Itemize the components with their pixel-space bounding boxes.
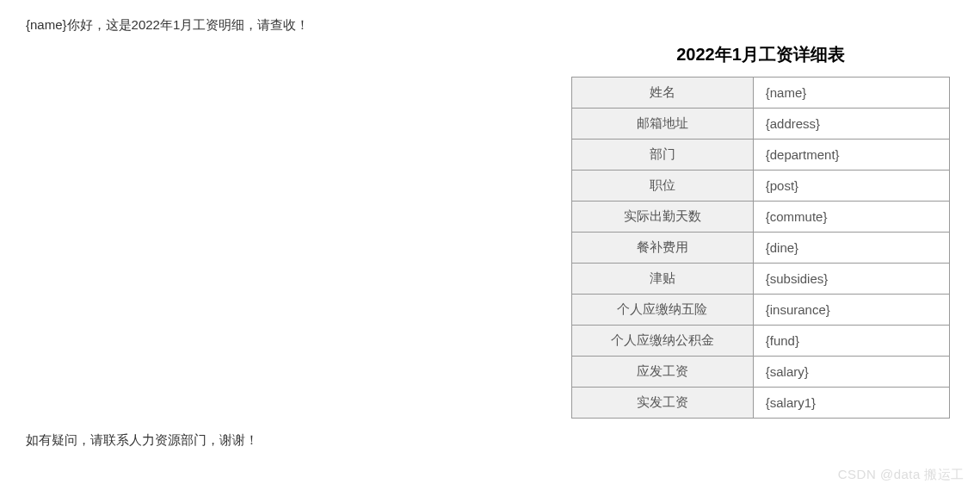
salary-table-container: 2022年1月工资详细表 姓名{name}邮箱地址{address}部门{dep… (571, 43, 950, 419)
row-label: 餐补费用 (572, 233, 754, 264)
row-label: 个人应缴纳五险 (572, 295, 754, 326)
row-label: 实发工资 (572, 388, 754, 419)
table-row: 职位{post} (572, 171, 950, 202)
table-row: 个人应缴纳公积金{fund} (572, 326, 950, 357)
table-row: 津贴{subsidies} (572, 264, 950, 295)
row-value: {insurance} (753, 295, 949, 326)
table-row: 部门{department} (572, 140, 950, 171)
table-row: 个人应缴纳五险{insurance} (572, 295, 950, 326)
row-label: 部门 (572, 140, 754, 171)
row-label: 实际出勤天数 (572, 202, 754, 233)
row-value: {salary1} (753, 388, 949, 419)
row-value: {post} (753, 171, 949, 202)
table-title: 2022年1月工资详细表 (571, 43, 950, 66)
greeting-text: {name}你好，这是2022年1月工资明细，请查收！ (26, 17, 954, 34)
table-row: 邮箱地址{address} (572, 109, 950, 140)
watermark: CSDN @data 搬运工 (838, 467, 965, 483)
row-value: {dine} (753, 233, 949, 264)
row-value: {subsidies} (753, 264, 949, 295)
row-label: 姓名 (572, 78, 754, 109)
salary-table: 姓名{name}邮箱地址{address}部门{department}职位{po… (571, 77, 950, 419)
table-row: 实际出勤天数{commute} (572, 202, 950, 233)
table-row: 实发工资{salary1} (572, 388, 950, 419)
row-value: {name} (753, 78, 949, 109)
table-row: 应发工资{salary} (572, 357, 950, 388)
table-row: 餐补费用{dine} (572, 233, 950, 264)
row-label: 应发工资 (572, 357, 754, 388)
row-value: {fund} (753, 326, 949, 357)
row-label: 津贴 (572, 264, 754, 295)
row-value: {department} (753, 140, 949, 171)
footer-note: 如有疑问，请联系人力资源部门，谢谢！ (26, 432, 258, 449)
row-label: 邮箱地址 (572, 109, 754, 140)
row-label: 个人应缴纳公积金 (572, 326, 754, 357)
row-label: 职位 (572, 171, 754, 202)
row-value: {salary} (753, 357, 949, 388)
row-value: {commute} (753, 202, 949, 233)
row-value: {address} (753, 109, 949, 140)
table-row: 姓名{name} (572, 78, 950, 109)
